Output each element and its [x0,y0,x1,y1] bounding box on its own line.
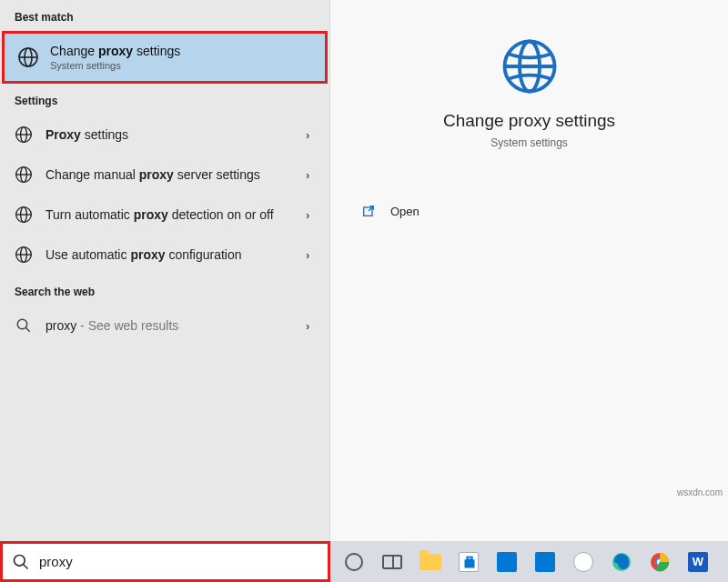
mail-icon[interactable] [492,547,521,577]
best-match-subtitle: System settings [50,59,180,72]
open-action[interactable]: Open [358,195,701,227]
chevron-right-icon: › [306,128,317,142]
web-result[interactable]: proxy - See web results › [0,306,329,346]
open-label: Open [390,205,420,218]
open-icon [361,204,376,218]
preview-pane: Change proxy settings System settings Op… [330,0,728,541]
app-icon[interactable] [531,547,560,577]
search-icon [13,315,35,336]
preview-subtitle: System settings [490,136,568,149]
dell-icon[interactable] [569,547,598,577]
svg-point-22 [15,555,25,566]
settings-result-manual-proxy[interactable]: Change manual proxy server settings › [0,155,329,195]
chevron-right-icon: › [306,168,317,182]
section-settings: Settings [0,84,329,115]
best-match-result[interactable]: Change proxy settings System settings [2,31,328,84]
chevron-right-icon: › [306,248,317,262]
watermark: wsxdn.com [677,487,723,497]
preview-title: Change proxy settings [443,111,615,131]
taskbar: W [330,541,728,582]
svg-rect-24 [465,559,475,567]
edge-icon[interactable] [607,547,636,577]
search-input[interactable] [39,554,318,569]
word-icon[interactable]: W [683,547,713,577]
search-results-pane: Best match Change proxy settings System … [0,0,330,541]
svg-line-23 [24,564,28,568]
globe-icon [13,244,35,266]
settings-result-proxy[interactable]: Proxy settings › [0,115,329,155]
settings-result-auto-detect[interactable]: Turn automatic proxy detection on or off… [0,195,329,235]
search-icon [12,553,30,571]
chevron-right-icon: › [306,208,317,222]
best-match-title: Change proxy settings [50,43,180,59]
section-search-web: Search the web [0,275,329,306]
globe-icon [13,164,35,186]
cortana-icon[interactable] [339,547,369,577]
svg-line-16 [25,328,30,333]
search-box[interactable] [0,541,330,582]
file-explorer-icon[interactable] [416,547,445,577]
task-view-icon[interactable] [378,547,407,577]
globe-icon [500,36,560,96]
svg-rect-25 [467,557,472,559]
globe-icon [13,124,35,146]
section-best-match: Best match [0,0,329,31]
globe-icon [13,204,35,226]
settings-result-auto-config[interactable]: Use automatic proxy configuration › [0,235,329,275]
store-icon[interactable] [454,547,483,577]
chrome-icon[interactable] [645,547,674,577]
chevron-right-icon: › [306,319,317,333]
svg-point-15 [17,320,27,330]
globe-icon [17,46,39,68]
